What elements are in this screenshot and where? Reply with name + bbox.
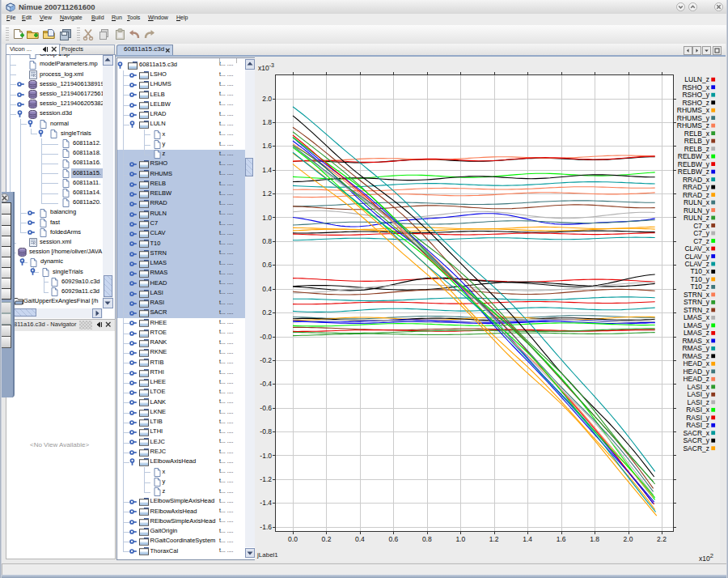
svg-text:RMAS_z: RMAS_z: [682, 352, 709, 360]
svg-text:0.2: 0.2: [322, 535, 332, 543]
svg-text:RASI_x: RASI_x: [686, 406, 710, 414]
svg-text:LASI_x: LASI_x: [688, 383, 710, 391]
svg-text:LMAS_z: LMAS_z: [684, 329, 709, 337]
svg-text:1.0: 1.0: [262, 214, 272, 222]
svg-text:-0.6: -0.6: [260, 404, 272, 412]
svg-text:LMAS_x: LMAS_x: [684, 313, 710, 321]
svg-text:1.8: 1.8: [262, 118, 272, 126]
svg-text:HEAD_y: HEAD_y: [683, 368, 709, 376]
svg-text:RELBW_y: RELBW_y: [678, 160, 710, 168]
svg-text:1.6: 1.6: [557, 535, 566, 543]
svg-text:0.0: 0.0: [288, 535, 298, 543]
svg-text:SACR_x: SACR_x: [683, 429, 709, 437]
svg-text:RULN_z: RULN_z: [684, 214, 709, 222]
svg-text:C7_x: C7_x: [693, 222, 710, 230]
svg-text:-1.4: -1.4: [260, 499, 272, 507]
svg-text:STRN_x: STRN_x: [684, 291, 710, 299]
svg-text:1.6: 1.6: [262, 142, 272, 150]
svg-text:RSHO_y: RSHO_y: [682, 91, 709, 99]
svg-text:C7_y: C7_y: [693, 229, 710, 237]
svg-text:RSHO_x: RSHO_x: [682, 83, 709, 91]
svg-text:1.0: 1.0: [455, 535, 465, 543]
svg-text:0.6: 0.6: [388, 535, 398, 543]
svg-text:LULN_z: LULN_z: [684, 75, 709, 83]
svg-text:0.4: 0.4: [355, 535, 365, 543]
svg-text:HEAD_z: HEAD_z: [683, 375, 709, 383]
svg-text:STRN_z: STRN_z: [684, 306, 709, 314]
svg-text:SACR_z: SACR_z: [683, 444, 709, 453]
svg-text:0.2: 0.2: [262, 308, 272, 317]
svg-text:0.8: 0.8: [422, 535, 432, 543]
svg-text:RRAD_y: RRAD_y: [683, 183, 710, 191]
svg-text:RSHO_z: RSHO_z: [682, 99, 709, 107]
svg-text:LASI_y: LASI_y: [688, 390, 710, 398]
svg-text:RHUMS_x: RHUMS_x: [677, 106, 710, 114]
svg-text:-1.2: -1.2: [260, 475, 272, 483]
svg-text:1.4: 1.4: [523, 535, 532, 543]
svg-text:-1.6: -1.6: [260, 523, 272, 531]
svg-text:CLAV_y: CLAV_y: [684, 253, 709, 261]
svg-text:RELBW_z: RELBW_z: [678, 168, 709, 176]
svg-text:T10_y: T10_y: [690, 275, 709, 283]
svg-text:RELBW_x: RELBW_x: [678, 152, 710, 160]
svg-text:SACR_y: SACR_y: [683, 436, 709, 444]
svg-text:-0.4: -0.4: [260, 380, 272, 388]
svg-text:RRAD_x: RRAD_x: [683, 176, 710, 184]
svg-text:1.8: 1.8: [590, 535, 599, 543]
svg-text:0.4: 0.4: [262, 285, 272, 293]
svg-text:1.4: 1.4: [262, 166, 272, 174]
svg-text:RELB_z: RELB_z: [684, 145, 709, 153]
svg-text:1.2: 1.2: [489, 535, 499, 543]
svg-text:LASI_z: LASI_z: [688, 398, 709, 406]
svg-text:RMAS_x: RMAS_x: [682, 337, 709, 345]
svg-text:-0.8: -0.8: [260, 427, 272, 436]
svg-text:RULN_x: RULN_x: [684, 198, 710, 206]
svg-text:LMAS_y: LMAS_y: [684, 321, 710, 329]
svg-text:T10_x: T10_x: [690, 267, 709, 275]
svg-text:1.2: 1.2: [262, 189, 272, 198]
svg-text:-1.0: -1.0: [260, 452, 272, 460]
svg-text:T10_z: T10_z: [690, 283, 709, 291]
svg-text:2.0: 2.0: [624, 535, 633, 543]
svg-text:-0.2: -0.2: [260, 356, 272, 364]
svg-text:0.8: 0.8: [262, 237, 272, 245]
svg-text:0.6: 0.6: [262, 261, 272, 269]
svg-text:2.0: 2.0: [262, 95, 272, 103]
svg-text:CLAV_x: CLAV_x: [684, 244, 709, 253]
svg-text:RELB_x: RELB_x: [684, 130, 710, 138]
svg-text:-0.0: -0.0: [260, 333, 272, 341]
svg-text:RELB_y: RELB_y: [684, 137, 710, 145]
svg-text:STRN_y: STRN_y: [684, 298, 710, 306]
svg-text:HEAD_x: HEAD_x: [683, 359, 709, 368]
svg-text:2.2: 2.2: [657, 535, 667, 543]
svg-text:RASI_z: RASI_z: [686, 421, 709, 429]
svg-text:C7_z: C7_z: [693, 237, 709, 245]
svg-text:RHUMS_z: RHUMS_z: [677, 121, 709, 130]
svg-text:RULN_y: RULN_y: [684, 206, 710, 215]
